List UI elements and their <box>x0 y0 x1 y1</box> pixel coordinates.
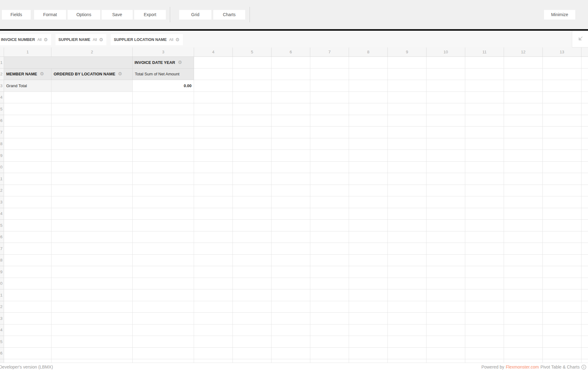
empty-cell[interactable] <box>388 208 427 220</box>
empty-cell[interactable] <box>581 336 588 348</box>
empty-cell[interactable] <box>388 80 427 92</box>
empty-cell[interactable] <box>504 92 543 104</box>
empty-cell[interactable] <box>504 255 543 266</box>
collapse-filters-button[interactable] <box>572 31 588 47</box>
gear-icon[interactable]: ⚙ <box>175 38 179 42</box>
empty-cell[interactable] <box>543 115 581 127</box>
empty-cell[interactable] <box>233 185 272 197</box>
fields-button[interactable]: Fields <box>2 10 31 20</box>
empty-cell[interactable] <box>543 289 581 301</box>
empty-cell[interactable] <box>310 185 349 197</box>
empty-cell[interactable] <box>133 278 194 290</box>
empty-cell[interactable] <box>310 103 349 115</box>
empty-cell[interactable] <box>51 220 133 231</box>
empty-cell[interactable] <box>465 150 504 162</box>
empty-cell[interactable] <box>427 80 465 92</box>
empty-cell[interactable] <box>388 266 427 278</box>
empty-cell[interactable] <box>310 80 349 92</box>
empty-cell[interactable] <box>4 324 51 336</box>
gear-icon[interactable]: ⚙ <box>118 72 122 76</box>
empty-cell[interactable] <box>427 173 465 185</box>
empty-cell[interactable] <box>194 313 233 324</box>
empty-cell[interactable] <box>349 173 388 185</box>
empty-cell[interactable] <box>349 301 388 313</box>
empty-cell[interactable] <box>233 103 272 115</box>
empty-cell[interactable] <box>133 255 194 266</box>
empty-cell[interactable] <box>233 243 272 255</box>
empty-cell[interactable] <box>465 92 504 104</box>
empty-cell[interactable] <box>349 231 388 243</box>
empty-cell[interactable] <box>427 243 465 255</box>
empty-cell[interactable] <box>543 359 581 363</box>
empty-cell[interactable] <box>4 289 51 301</box>
empty-cell[interactable] <box>581 313 588 324</box>
empty-cell[interactable] <box>233 359 272 363</box>
empty-cell[interactable] <box>4 255 51 266</box>
empty-cell[interactable] <box>233 162 272 173</box>
empty-cell[interactable] <box>388 324 427 336</box>
empty-cell[interactable] <box>133 220 194 231</box>
empty-cell[interactable] <box>4 196 51 208</box>
empty-cell[interactable] <box>427 266 465 278</box>
empty-cell[interactable] <box>465 255 504 266</box>
empty-cell[interactable] <box>504 220 543 231</box>
empty-cell[interactable] <box>543 336 581 348</box>
empty-cell[interactable] <box>581 196 588 208</box>
empty-cell[interactable] <box>233 348 272 360</box>
empty-cell[interactable] <box>51 92 133 104</box>
pivot-row-field-cell[interactable]: ORDERED BY LOCATION NAME⚙ <box>51 69 133 80</box>
info-icon[interactable] <box>581 364 586 370</box>
empty-cell[interactable] <box>194 220 233 231</box>
empty-cell[interactable] <box>388 115 427 127</box>
empty-cell[interactable] <box>133 185 194 197</box>
empty-cell[interactable] <box>581 220 588 231</box>
empty-cell[interactable] <box>233 289 272 301</box>
empty-cell[interactable] <box>581 278 588 290</box>
empty-cell[interactable] <box>349 220 388 231</box>
save-button[interactable]: Save <box>102 10 133 20</box>
empty-cell[interactable] <box>427 127 465 138</box>
empty-cell[interactable] <box>581 127 588 138</box>
empty-cell[interactable] <box>543 57 581 69</box>
empty-cell[interactable] <box>349 348 388 360</box>
empty-cell[interactable] <box>194 278 233 290</box>
empty-cell[interactable] <box>194 162 233 173</box>
empty-cell[interactable] <box>233 324 272 336</box>
gear-icon[interactable]: ⚙ <box>40 72 44 76</box>
empty-cell[interactable] <box>581 138 588 150</box>
grand-total-label-cell[interactable]: Grand Total <box>4 80 51 92</box>
empty-cell[interactable] <box>233 150 272 162</box>
empty-cell[interactable] <box>133 301 194 313</box>
empty-cell[interactable] <box>504 289 543 301</box>
empty-cell[interactable] <box>388 220 427 231</box>
empty-cell[interactable] <box>4 173 51 185</box>
empty-cell[interactable] <box>349 243 388 255</box>
empty-cell[interactable] <box>388 336 427 348</box>
empty-cell[interactable] <box>349 57 388 69</box>
empty-cell[interactable] <box>543 162 581 173</box>
empty-cell[interactable] <box>133 243 194 255</box>
empty-cell[interactable] <box>388 103 427 115</box>
empty-cell[interactable] <box>51 336 133 348</box>
empty-cell[interactable] <box>427 220 465 231</box>
flexmonster-link[interactable]: Flexmonster.com <box>506 364 539 369</box>
empty-cell[interactable] <box>543 324 581 336</box>
empty-cell[interactable] <box>133 266 194 278</box>
empty-cell[interactable] <box>543 208 581 220</box>
empty-cell[interactable] <box>465 266 504 278</box>
format-button[interactable]: Format <box>34 10 66 20</box>
empty-cell[interactable] <box>388 255 427 266</box>
empty-cell[interactable] <box>194 92 233 104</box>
empty-cell[interactable] <box>272 220 310 231</box>
empty-cell[interactable] <box>272 324 310 336</box>
empty-cell[interactable] <box>310 57 349 69</box>
empty-cell[interactable] <box>388 127 427 138</box>
empty-cell[interactable] <box>233 57 272 69</box>
empty-cell[interactable] <box>133 173 194 185</box>
empty-cell[interactable] <box>133 92 194 104</box>
empty-cell[interactable] <box>194 57 233 69</box>
empty-cell[interactable] <box>51 162 133 173</box>
empty-cell[interactable] <box>233 255 272 266</box>
empty-cell[interactable] <box>194 348 233 360</box>
empty-cell[interactable] <box>194 266 233 278</box>
